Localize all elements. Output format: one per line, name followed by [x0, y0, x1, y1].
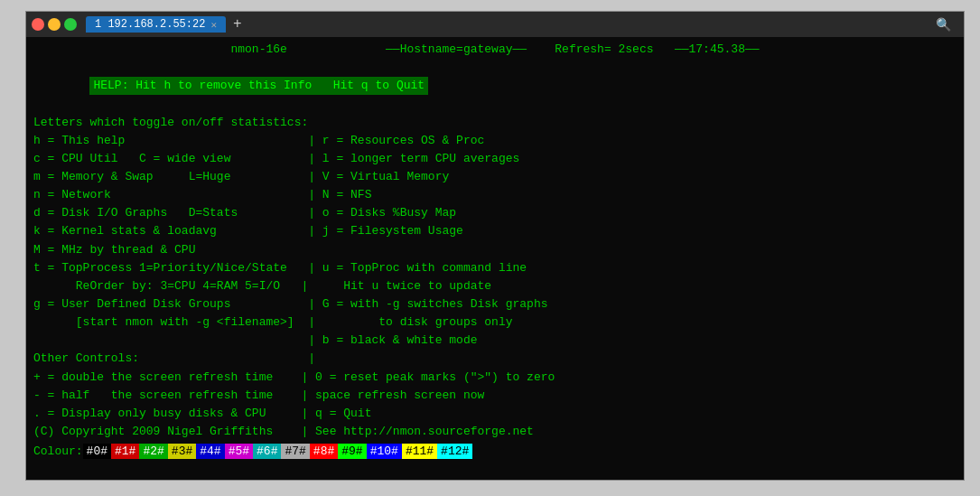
tab-area: 1 192.168.2.55:22 ✕ +	[80, 16, 932, 33]
terminal-line-2: c = CPU Util C = wide view | l = longer …	[33, 150, 957, 168]
tab-1[interactable]: 1 192.168.2.55:22 ✕	[86, 16, 226, 33]
terminal-line-13: Other Controls: |	[33, 350, 957, 368]
colour-swatch-0[interactable]: #0#	[83, 444, 111, 459]
colour-swatches: #0##1##2##3##4##5##6##7##8##9##10##11##1…	[83, 443, 473, 461]
colour-swatch-4[interactable]: #4#	[196, 444, 224, 459]
colour-swatch-2[interactable]: #2#	[139, 444, 167, 459]
terminal-line-18: (C) Copyright 2009 Nigel Griffiths | See…	[33, 423, 957, 441]
terminal-body[interactable]: nmon-16e ——Hostname=gateway—— Refresh= 2…	[26, 37, 964, 480]
terminal-line-12: | b = black & white mode	[33, 332, 957, 350]
tab-label: 1 192.168.2.55:22	[95, 18, 205, 31]
colour-swatch-11[interactable]: #11#	[402, 444, 437, 459]
help-banner-line: HELP: Hit h to remove this Info Hit q to…	[33, 59, 957, 113]
colour-swatch-12[interactable]: #12#	[437, 444, 472, 459]
colour-swatch-8[interactable]: #8#	[310, 444, 338, 459]
terminal-line-16: . = Display only busy disks & CPU | q = …	[33, 405, 957, 423]
search-icon[interactable]: 🔍	[936, 17, 958, 33]
terminal-line-1: h = This help | r = Resources OS & Proc	[33, 132, 957, 150]
colour-swatch-7[interactable]: #7#	[281, 444, 309, 459]
close-button[interactable]	[32, 18, 44, 31]
terminal-line-11: [start nmon with -g <filename>] | to dis…	[33, 314, 957, 332]
nmon-header: nmon-16e ——Hostname=gateway—— Refresh= 2…	[33, 41, 957, 59]
terminal-window: 1 192.168.2.55:22 ✕ + 🔍 nmon-16e ——Hostn…	[25, 11, 965, 481]
terminal-line-9: ReOrder by: 3=CPU 4=RAM 5=I/O | Hit u tw…	[33, 277, 957, 295]
tab-close-icon[interactable]: ✕	[210, 19, 217, 31]
colour-swatch-10[interactable]: #10#	[367, 444, 402, 459]
terminal-line-15: - = half the screen refresh time | space…	[33, 387, 957, 405]
terminal-line-14: + = double the screen refresh time | 0 =…	[33, 369, 957, 387]
colour-swatch-3[interactable]: #3#	[168, 444, 196, 459]
titlebar: 1 192.168.2.55:22 ✕ + 🔍	[26, 12, 964, 37]
colour-row: Colour: #0##1##2##3##4##5##6##7##8##9##1…	[33, 443, 957, 461]
maximize-button[interactable]	[64, 18, 77, 31]
minimize-button[interactable]	[48, 18, 61, 31]
colour-swatch-9[interactable]: #9#	[338, 444, 366, 459]
colour-swatch-1[interactable]: #1#	[111, 444, 139, 459]
desktop: 1 192.168.2.55:22 ✕ + 🔍 nmon-16e ——Hostn…	[0, 0, 980, 496]
colour-label: Colour:	[33, 443, 83, 461]
terminal-lines: Letters which toggle on/off statistics:h…	[33, 114, 957, 442]
terminal-line-6: k = Kernel stats & loadavg | j = Filesys…	[33, 222, 957, 240]
terminal-line-10: g = User Defined Disk Groups | G = with …	[33, 295, 957, 314]
terminal-line-0: Letters which toggle on/off statistics:	[33, 114, 957, 132]
terminal-line-4: n = Network | N = NFS	[33, 186, 957, 204]
terminal-line-5: d = Disk I/O Graphs D=Stats | o = Disks …	[33, 204, 957, 222]
terminal-line-3: m = Memory & Swap L=Huge | V = Virtual M…	[33, 168, 957, 186]
terminal-line-8: t = TopProcess 1=Priority/Nice/State | u…	[33, 259, 957, 277]
terminal-line-7: M = MHz by thread & CPU	[33, 241, 957, 259]
colour-swatch-5[interactable]: #5#	[225, 444, 253, 459]
new-tab-button[interactable]: +	[228, 16, 247, 33]
colour-swatch-6[interactable]: #6#	[253, 444, 281, 459]
help-banner-text: HELP: Hit h to remove this Info Hit q to…	[89, 77, 428, 95]
